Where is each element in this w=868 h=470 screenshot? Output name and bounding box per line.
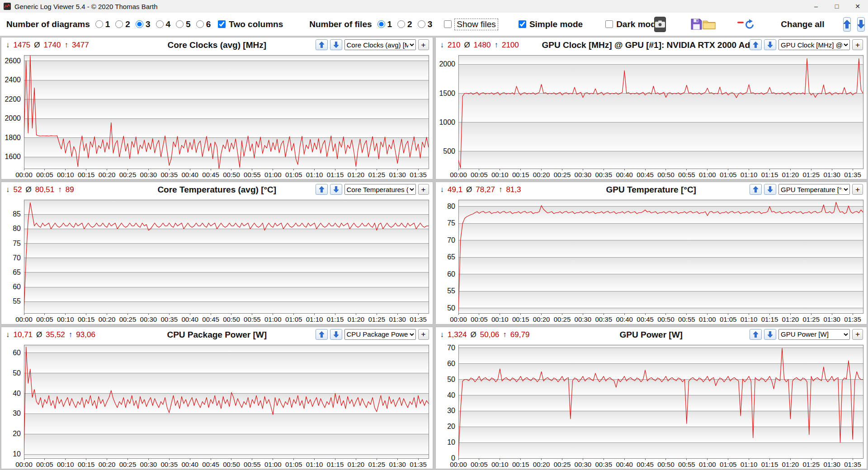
show-files-checkbox[interactable] xyxy=(444,20,452,28)
chart-stats: ↓49,1 Ø78,27 ↑81,3 xyxy=(440,185,521,194)
svg-text:70: 70 xyxy=(447,236,455,244)
move-up-button[interactable] xyxy=(316,39,328,50)
metric-dropdown[interactable]: GPU Clock [MHz] @ GPU xyxy=(778,39,850,50)
svg-text:01:30: 01:30 xyxy=(823,171,840,179)
radio-files-1[interactable] xyxy=(377,20,385,28)
move-down-button[interactable] xyxy=(330,329,342,340)
svg-text:00:20: 00:20 xyxy=(99,171,116,179)
simple-mode-checkbox[interactable] xyxy=(519,20,526,28)
move-up-button[interactable] xyxy=(316,184,328,195)
metric-dropdown[interactable]: GPU Power [W] xyxy=(778,329,850,340)
add-metric-button[interactable]: + xyxy=(852,39,863,50)
reload-button[interactable] xyxy=(737,16,755,33)
open-file-button[interactable] xyxy=(703,16,716,33)
move-down-button[interactable] xyxy=(764,329,776,340)
app-icon xyxy=(4,3,11,10)
svg-text:55: 55 xyxy=(447,287,455,295)
svg-text:01:15: 01:15 xyxy=(761,461,778,468)
toolbar: Number of diagrams 123456 Two columns Nu… xyxy=(0,13,868,36)
move-up-button[interactable] xyxy=(316,329,328,340)
svg-text:01:20: 01:20 xyxy=(782,461,799,468)
change-all-down-button[interactable] xyxy=(857,17,865,32)
radio-files-3[interactable] xyxy=(418,20,425,28)
radio-diagrams-4[interactable] xyxy=(156,20,164,28)
stat-avg: 1480 xyxy=(474,41,491,50)
svg-text:01:05: 01:05 xyxy=(285,171,302,179)
radio-label: 3 xyxy=(428,19,433,29)
chart-stats: ↓210 Ø1480 ↑2100 xyxy=(440,41,519,50)
stat-max: 93,06 xyxy=(76,330,95,339)
line-refresh-icon xyxy=(737,19,755,30)
radio-option-diagrams-3[interactable]: 3 xyxy=(136,19,151,29)
min-arrow-icon: ↓ xyxy=(6,41,10,50)
radio-option-diagrams-2[interactable]: 2 xyxy=(115,19,130,29)
arrow-up-icon xyxy=(319,186,324,193)
chart-controls: GPU Temperature [°C] + xyxy=(750,184,863,195)
save-button[interactable] xyxy=(690,16,703,33)
move-down-button[interactable] xyxy=(330,39,342,50)
add-metric-button[interactable]: + xyxy=(852,329,863,340)
simple-mode-label: Simple mode xyxy=(529,19,583,29)
radio-option-diagrams-5[interactable]: 5 xyxy=(176,19,191,29)
metric-dropdown[interactable]: CPU Package Power [W] xyxy=(344,329,416,340)
svg-text:01:05: 01:05 xyxy=(285,461,302,468)
radio-diagrams-1[interactable] xyxy=(95,20,103,28)
svg-text:10: 10 xyxy=(13,450,21,458)
svg-text:00:45: 00:45 xyxy=(202,461,219,468)
metric-dropdown[interactable]: GPU Temperature [°C] xyxy=(778,184,850,195)
two-columns-checkbox[interactable] xyxy=(218,20,226,28)
show-files-option[interactable]: Show files xyxy=(444,19,498,30)
add-metric-button[interactable]: + xyxy=(418,184,429,195)
svg-text:60: 60 xyxy=(13,349,21,357)
dark-mode-option[interactable]: Dark mode xyxy=(605,19,660,29)
svg-text:00:40: 00:40 xyxy=(181,171,198,179)
svg-text:01:10: 01:10 xyxy=(740,461,757,468)
svg-text:1600: 1600 xyxy=(5,153,21,160)
radio-diagrams-6[interactable] xyxy=(196,20,204,28)
add-metric-button[interactable]: + xyxy=(852,184,863,195)
radio-option-files-1[interactable]: 1 xyxy=(377,19,392,29)
simple-mode-option[interactable]: Simple mode xyxy=(519,19,583,29)
radio-option-files-3[interactable]: 3 xyxy=(418,19,433,29)
svg-text:75: 75 xyxy=(13,240,21,247)
stat-max: 3477 xyxy=(72,41,89,50)
radio-diagrams-5[interactable] xyxy=(176,20,184,28)
move-down-button[interactable] xyxy=(330,184,342,195)
chart-header: ↓1,324 Ø50,06 ↑69,79 GPU Power [W] GPU P… xyxy=(436,327,867,342)
add-metric-button[interactable]: + xyxy=(418,39,429,50)
svg-text:00:40: 00:40 xyxy=(616,461,633,468)
radio-diagrams-3[interactable] xyxy=(136,20,143,28)
two-columns-option[interactable]: Two columns xyxy=(218,19,283,29)
radio-diagrams-2[interactable] xyxy=(115,20,123,28)
svg-text:01:00: 01:00 xyxy=(698,315,716,323)
svg-text:00:50: 00:50 xyxy=(223,171,240,179)
move-up-button[interactable] xyxy=(750,39,762,50)
chart-stats: ↓10,71 Ø35,52 ↑93,06 xyxy=(6,330,95,339)
chart-plot: 5560657075808500:0000:0500:1000:1500:200… xyxy=(1,197,433,324)
metric-dropdown[interactable]: Core Temperatures (avg) xyxy=(344,184,416,195)
screenshot-button[interactable] xyxy=(654,17,666,32)
metric-dropdown[interactable]: Core Clocks (avg) [MHz] xyxy=(344,39,416,50)
min-arrow-icon: ↓ xyxy=(440,185,444,194)
svg-text:80: 80 xyxy=(447,202,455,210)
radio-files-2[interactable] xyxy=(397,20,405,28)
move-down-button[interactable] xyxy=(764,39,776,50)
move-up-button[interactable] xyxy=(750,329,762,340)
maximize-button[interactable]: □ xyxy=(826,0,847,13)
svg-text:01:00: 01:00 xyxy=(264,461,282,468)
close-button[interactable]: ✕ xyxy=(847,0,868,13)
move-down-button[interactable] xyxy=(764,184,776,195)
change-all-up-button[interactable] xyxy=(843,17,851,32)
svg-text:20: 20 xyxy=(13,430,21,437)
add-metric-button[interactable]: + xyxy=(418,329,429,340)
move-up-button[interactable] xyxy=(750,184,762,195)
minimize-button[interactable]: – xyxy=(806,0,826,13)
chart-controls: Core Temperatures (avg) + xyxy=(316,184,429,195)
radio-option-diagrams-1[interactable]: 1 xyxy=(95,19,110,29)
chart-controls: Core Clocks (avg) [MHz] + xyxy=(316,39,429,50)
svg-text:00:05: 00:05 xyxy=(36,171,53,179)
radio-option-diagrams-4[interactable]: 4 xyxy=(156,19,171,29)
radio-option-files-2[interactable]: 2 xyxy=(397,19,412,29)
radio-option-diagrams-6[interactable]: 6 xyxy=(196,19,211,29)
dark-mode-checkbox[interactable] xyxy=(605,20,613,28)
